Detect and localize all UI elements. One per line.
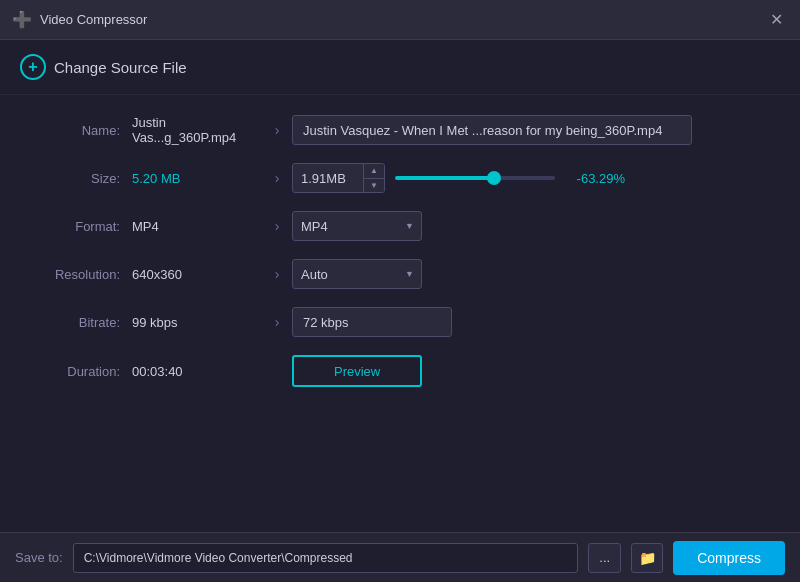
format-label: Format: — [30, 219, 120, 234]
size-current-value: 5.20 MB — [132, 171, 262, 186]
name-current-value: Justin Vas...g_360P.mp4 — [132, 115, 262, 145]
size-label: Size: — [30, 171, 120, 186]
browse-button[interactable]: ... — [588, 543, 621, 573]
format-arrow-icon: › — [262, 218, 292, 234]
preview-button[interactable]: Preview — [292, 355, 422, 387]
bitrate-current-value: 99 kbps — [132, 315, 262, 330]
size-spinner-value: 1.91MB — [293, 171, 363, 186]
app-title: Video Compressor — [40, 12, 147, 27]
size-row: Size: 5.20 MB › 1.91MB ▲ ▼ -63.29% — [30, 163, 770, 193]
title-bar-left: ➕ Video Compressor — [12, 10, 147, 29]
change-source-label: Change Source File — [54, 59, 187, 76]
change-source-icon: + — [20, 54, 46, 80]
bitrate-row: Bitrate: 99 kbps › — [30, 307, 770, 337]
format-current-value: MP4 — [132, 219, 262, 234]
header-section: + Change Source File — [0, 40, 800, 95]
close-button[interactable]: ✕ — [764, 8, 788, 32]
name-input[interactable] — [292, 115, 692, 145]
size-spinner: 1.91MB ▲ ▼ — [292, 163, 385, 193]
folder-icon: 📁 — [639, 550, 656, 566]
format-select[interactable]: MP4 AVI MOV MKV — [292, 211, 422, 241]
duration-value: 00:03:40 — [132, 364, 262, 379]
bitrate-arrow-icon: › — [262, 314, 292, 330]
form-area: Name: Justin Vas...g_360P.mp4 › Size: 5.… — [0, 95, 800, 532]
size-arrow-icon: › — [262, 170, 292, 186]
resolution-select-wrapper: Auto 1920x1080 1280x720 640x360 — [292, 259, 422, 289]
resolution-row: Resolution: 640x360 › Auto 1920x1080 128… — [30, 259, 770, 289]
bitrate-input[interactable] — [292, 307, 452, 337]
duration-row: Duration: 00:03:40 Preview — [30, 355, 770, 387]
name-label: Name: — [30, 123, 120, 138]
app-icon: ➕ — [12, 10, 32, 29]
resolution-label: Resolution: — [30, 267, 120, 282]
resolution-arrow-icon: › — [262, 266, 292, 282]
title-bar: ➕ Video Compressor ✕ — [0, 0, 800, 40]
change-source-button[interactable]: + Change Source File — [20, 54, 187, 80]
save-to-label: Save to: — [15, 550, 63, 565]
bottom-bar: Save to: ... 📁 Compress — [0, 532, 800, 582]
size-controls: 1.91MB ▲ ▼ -63.29% — [292, 163, 625, 193]
main-content: + Change Source File Name: Justin Vas...… — [0, 40, 800, 532]
size-increment-button[interactable]: ▲ — [364, 163, 384, 179]
size-decrement-button[interactable]: ▼ — [364, 179, 384, 194]
folder-button[interactable]: 📁 — [631, 543, 663, 573]
format-row: Format: MP4 › MP4 AVI MOV MKV — [30, 211, 770, 241]
size-slider[interactable] — [395, 176, 555, 180]
bitrate-label: Bitrate: — [30, 315, 120, 330]
name-row: Name: Justin Vas...g_360P.mp4 › — [30, 115, 770, 145]
size-spinner-buttons: ▲ ▼ — [363, 163, 384, 193]
name-arrow-icon: › — [262, 122, 292, 138]
save-path-input[interactable] — [73, 543, 579, 573]
resolution-current-value: 640x360 — [132, 267, 262, 282]
duration-label: Duration: — [30, 364, 120, 379]
format-select-wrapper: MP4 AVI MOV MKV — [292, 211, 422, 241]
size-percent: -63.29% — [565, 171, 625, 186]
compress-button[interactable]: Compress — [673, 541, 785, 575]
resolution-select[interactable]: Auto 1920x1080 1280x720 640x360 — [292, 259, 422, 289]
